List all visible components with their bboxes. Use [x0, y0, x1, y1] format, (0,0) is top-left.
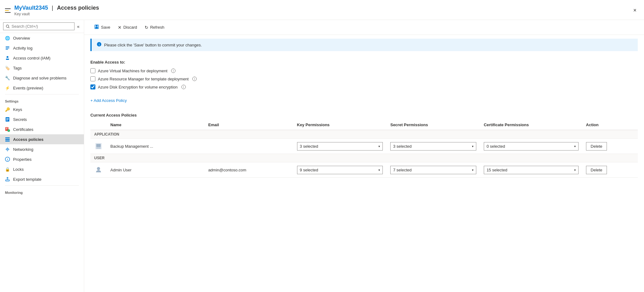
checkbox-disk-label: Azure Disk Encryption for volume encrypt… [98, 85, 178, 89]
sidebar-item-networking[interactable]: Networking [0, 144, 84, 154]
sidebar-item-access-policies[interactable]: Access policies [0, 134, 84, 144]
content-area: Enable Access to: Azure Virtual Machines… [84, 55, 644, 183]
sidebar-item-label: Keys [13, 107, 22, 112]
row-key-permissions: 9 selected ▾ [293, 162, 387, 178]
vm-info-icon[interactable]: i [171, 69, 175, 73]
person-badge-icon [5, 55, 10, 60]
secret-permissions-value: 7 selected [393, 168, 411, 172]
secret-permissions-value: 3 selected [393, 144, 411, 149]
enable-access-label: Enable Access to: [90, 60, 638, 65]
main-content: Save ✕ Discard ↻ Refresh i Please click … [84, 20, 644, 292]
svg-text:i: i [99, 43, 100, 46]
list2-icon [5, 137, 10, 142]
cert-permissions-value: 15 selected [487, 168, 507, 172]
close-button[interactable]: × [631, 6, 639, 15]
sidebar-item-diagnose[interactable]: 🔧 Diagnose and solve problems [0, 73, 84, 83]
svg-rect-19 [5, 141, 10, 141]
sidebar-item-label: Certificates [13, 127, 33, 132]
svg-rect-6 [6, 59, 9, 60]
col-secret-permissions: Secret Permissions [387, 120, 480, 130]
search-bar[interactable] [3, 22, 74, 30]
sidebar-item-label: Diagnose and solve problems [13, 76, 66, 80]
group-user: USER [90, 154, 638, 162]
sidebar-item-label: Networking [13, 147, 33, 152]
disk-info-icon[interactable]: i [181, 85, 186, 89]
sidebar-item-label: Access control (IAM) [13, 56, 50, 60]
info-banner-message: Please click the 'Save' button to commit… [104, 43, 202, 47]
group-application: APPLICATION [90, 130, 638, 139]
checkbox-arm-input[interactable] [90, 76, 95, 81]
add-access-policy-link[interactable]: + Add Access Policy [90, 98, 127, 103]
current-policies-title: Current Access Policies [90, 113, 638, 117]
header-left: MyVault2345 | Access policies Key vault [5, 5, 99, 16]
sidebar-item-label: Secrets [13, 117, 27, 122]
refresh-label: Refresh [150, 25, 165, 30]
key-permissions-dropdown[interactable]: 3 selected ▾ [297, 142, 383, 151]
export-icon [5, 177, 10, 182]
arm-info-icon[interactable]: i [192, 77, 197, 81]
collapse-sidebar-button[interactable]: « [76, 23, 81, 30]
search-input[interactable] [12, 24, 72, 29]
sidebar-item-properties[interactable]: i Properties [0, 154, 84, 164]
policies-table: Name Email Key Permissions Secret Permis… [90, 120, 638, 178]
svg-rect-18 [5, 139, 10, 140]
toolbar: Save ✕ Discard ↻ Refresh [84, 20, 644, 35]
svg-rect-14 [6, 129, 7, 129]
hamburger-icon[interactable] [5, 8, 11, 13]
svg-line-1 [8, 27, 9, 28]
svg-rect-9 [6, 118, 9, 119]
key-permissions-dropdown[interactable]: 9 selected ▾ [297, 166, 383, 174]
svg-rect-29 [95, 27, 98, 28]
group-application-label: APPLICATION [90, 130, 638, 139]
sidebar-item-export-template[interactable]: Export template [0, 174, 84, 184]
sidebar-item-label: Activity log [13, 46, 32, 50]
sidebar-item-keys[interactable]: 🔑 Keys [0, 104, 84, 114]
svg-point-0 [6, 25, 9, 27]
sidebar-item-overview[interactable]: 🌐 Overview [0, 33, 84, 43]
sidebar-item-locks[interactable]: 🔒 Locks [0, 164, 84, 174]
secret-permissions-dropdown[interactable]: 3 selected ▾ [390, 142, 476, 151]
secret-permissions-dropdown[interactable]: 7 selected ▾ [390, 166, 476, 174]
sidebar-item-activity-log[interactable]: Activity log [0, 43, 84, 53]
wrench-icon: 🔧 [5, 75, 10, 80]
chevron-down-icon: ▾ [378, 145, 380, 148]
delete-button[interactable]: Delete [586, 166, 607, 174]
checkbox-arm: Azure Resource Manager for template depl… [90, 76, 638, 81]
row-email: admin@contoso.com [204, 162, 293, 178]
settings-section-label: Settings [0, 96, 84, 104]
refresh-button[interactable]: ↻ Refresh [141, 23, 168, 32]
table-row: Admin User admin@contoso.com 9 selected … [90, 162, 638, 178]
save-label: Save [101, 25, 110, 30]
svg-rect-4 [6, 49, 8, 50]
sidebar-item-secrets[interactable]: Secrets [0, 114, 84, 124]
sidebar: « 🌐 Overview Activity log Access control… [0, 20, 84, 292]
delete-button[interactable]: Delete [586, 142, 607, 151]
discard-button[interactable]: ✕ Discard [114, 23, 141, 32]
svg-point-35 [97, 167, 100, 170]
save-icon [94, 24, 99, 30]
sidebar-item-label: Events (preview) [13, 86, 43, 90]
checkbox-vm-input[interactable] [90, 68, 95, 73]
cert-permissions-dropdown[interactable]: 15 selected ▾ [484, 166, 579, 174]
checkbox-vm-label: Azure Virtual Machines for deployment [98, 69, 167, 73]
checkbox-disk-input[interactable] [90, 84, 95, 89]
sidebar-item-label: Access policies [13, 137, 44, 142]
info-banner: i Please click the 'Save' button to comm… [90, 39, 638, 51]
row-action: Delete [582, 162, 638, 178]
globe-icon: 🌐 [5, 36, 10, 41]
sidebar-item-events[interactable]: ⚡ Events (preview) [0, 83, 84, 93]
sidebar-item-certificates[interactable]: ✓ Certificates [0, 124, 84, 134]
row-cert-permissions: 15 selected ▾ [480, 162, 582, 178]
row-name: Admin User [107, 162, 204, 178]
sidebar-item-tags[interactable]: 🏷️ Tags [0, 63, 84, 73]
cert-permissions-dropdown[interactable]: 0 selected ▾ [484, 142, 579, 151]
note-icon [5, 117, 10, 122]
save-button[interactable]: Save [90, 22, 114, 32]
lightning-icon: ⚡ [5, 85, 10, 90]
sidebar-item-access-control[interactable]: Access control (IAM) [0, 53, 84, 63]
chevron-down-icon: ▾ [472, 168, 473, 172]
col-email: Email [204, 120, 293, 130]
discard-label: Discard [123, 25, 137, 30]
entity-icon-cell [90, 139, 107, 154]
row-key-permissions: 3 selected ▾ [293, 139, 387, 154]
